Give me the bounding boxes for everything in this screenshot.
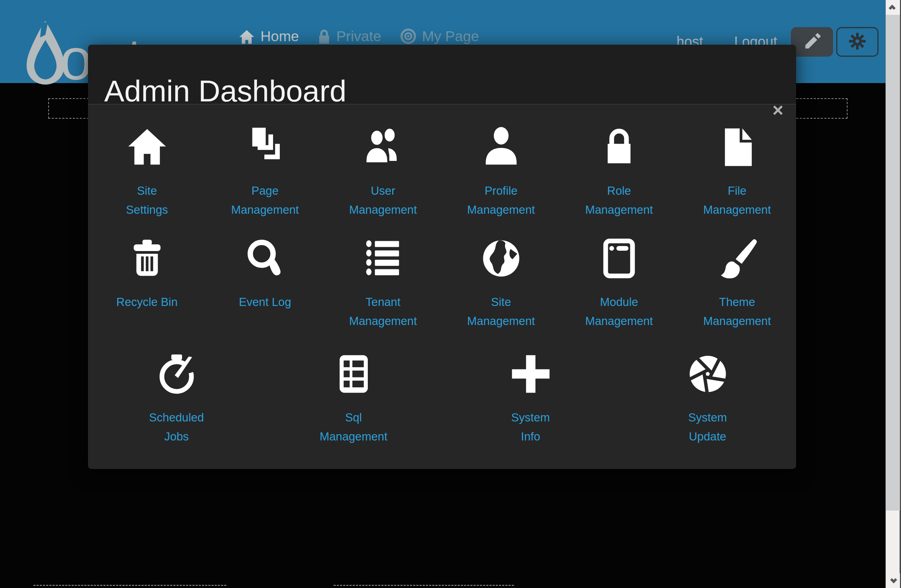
users-icon [362, 125, 404, 169]
brush-icon [716, 236, 758, 281]
tile-label: User Management [349, 181, 417, 219]
dashboard-tile-row: Scheduled Jobs Sql Management System Inf… [88, 352, 796, 446]
chevron-down-icon [890, 576, 897, 583]
pane-placeholder-fragment [334, 585, 514, 588]
tile-label: Page Management [231, 181, 299, 219]
tile-tenant-management[interactable]: Tenant Management [324, 236, 442, 331]
nav-label: My Page [422, 28, 479, 44]
tile-system-info[interactable]: System Info [442, 352, 619, 446]
pencil-icon [801, 31, 823, 53]
modal-body: Site Settings Page Management User Manag… [88, 104, 796, 467]
tile-label: Module Management [585, 293, 653, 331]
home-icon [126, 125, 168, 169]
admin-dashboard-modal: Admin Dashboard × Site Settings Page Man… [88, 45, 796, 469]
scrollbar-thumb[interactable] [886, 15, 900, 510]
nav-item-my-page[interactable]: My Page [400, 28, 479, 44]
modal-header: Admin Dashboard × [88, 45, 796, 104]
scroll-up-button[interactable] [886, 0, 900, 15]
aperture-icon [686, 352, 729, 396]
modal-title: Admin Dashboard [104, 76, 346, 106]
tile-label: System Update [688, 408, 727, 446]
medical-cross-icon [509, 352, 552, 396]
tile-user-management[interactable]: User Management [324, 125, 442, 219]
page: oqtane Home Private [0, 0, 901, 588]
tile-event-log[interactable]: Event Log [206, 236, 324, 331]
lock-icon [318, 29, 330, 44]
gear-icon [847, 31, 868, 53]
scroll-down-button[interactable] [886, 573, 900, 588]
tile-site-management[interactable]: Site Management [442, 236, 560, 331]
main-nav: Home Private [238, 28, 479, 44]
tile-page-management[interactable]: Page Management [206, 125, 324, 219]
tile-label: Role Management [585, 181, 653, 219]
tile-role-management[interactable]: Role Management [560, 125, 678, 219]
layers-icon [243, 125, 287, 169]
dashboard-tile-row: Recycle Bin Event Log Tenant Management … [88, 236, 796, 331]
lock-icon [598, 125, 641, 169]
file-icon [716, 125, 758, 169]
dashboard-tile-row: Site Settings Page Management User Manag… [88, 125, 796, 219]
tile-label: Site Settings [126, 181, 168, 219]
user-icon [480, 125, 523, 169]
nav-item-home[interactable]: Home [238, 28, 299, 44]
tile-label: System Info [511, 408, 550, 446]
tile-file-management[interactable]: File Management [678, 125, 796, 219]
nav-label: Home [260, 28, 299, 44]
tile-label: Profile Management [467, 181, 535, 219]
vertical-scrollbar[interactable] [885, 0, 901, 588]
magnifier-icon [243, 236, 287, 281]
close-icon[interactable]: × [772, 100, 783, 119]
tile-label: Theme Management [703, 293, 771, 331]
browser-icon [598, 236, 641, 281]
tile-recycle-bin[interactable]: Recycle Bin [88, 236, 206, 331]
globe-icon [480, 236, 523, 281]
tile-label: File Management [703, 181, 771, 219]
timer-icon [155, 352, 198, 396]
target-icon [400, 28, 416, 44]
pane-placeholder-fragment [33, 585, 226, 588]
tile-label: Recycle Bin [117, 293, 178, 312]
spreadsheet-icon [332, 352, 375, 396]
tile-label: Sql Management [320, 408, 388, 446]
tile-label: Tenant Management [349, 293, 417, 331]
settings-button[interactable] [836, 27, 878, 57]
nav-label: Private [336, 28, 381, 44]
trash-icon [126, 236, 168, 281]
list-icon [362, 236, 404, 281]
tile-module-management[interactable]: Module Management [560, 236, 678, 331]
tile-sql-management[interactable]: Sql Management [265, 352, 442, 446]
tile-label: Scheduled Jobs [149, 408, 204, 446]
home-icon [238, 30, 255, 44]
tile-system-update[interactable]: System Update [619, 352, 796, 446]
tile-label: Site Management [467, 293, 535, 331]
tile-theme-management[interactable]: Theme Management [678, 236, 796, 331]
chevron-up-icon [889, 5, 896, 12]
tile-scheduled-jobs[interactable]: Scheduled Jobs [88, 352, 265, 446]
tile-profile-management[interactable]: Profile Management [442, 125, 560, 219]
tile-site-settings[interactable]: Site Settings [88, 125, 206, 219]
tile-label: Event Log [239, 293, 292, 312]
nav-item-private[interactable]: Private [318, 28, 381, 44]
edit-mode-button[interactable] [791, 27, 833, 57]
water-drop-icon [26, 20, 65, 87]
